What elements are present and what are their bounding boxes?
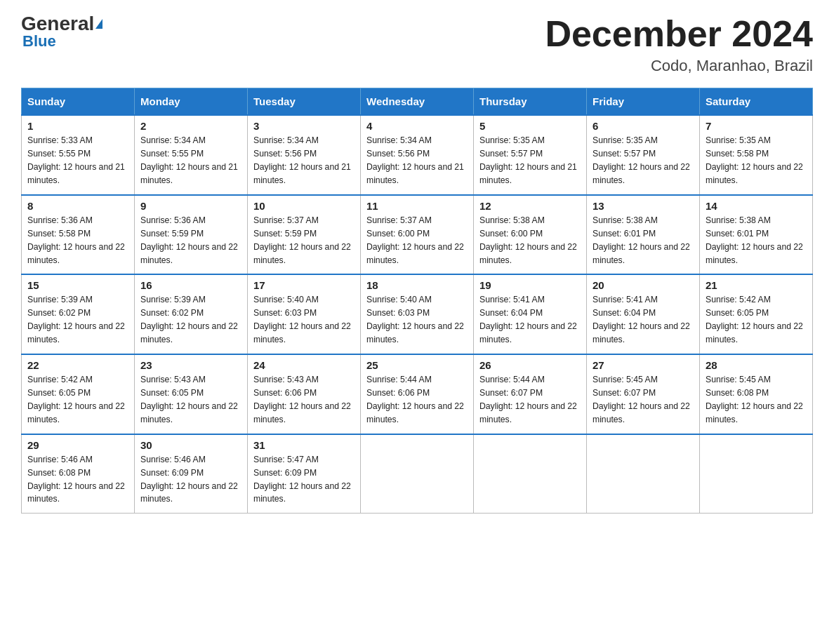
- table-row: 23Sunrise: 5:43 AMSunset: 6:05 PMDayligh…: [135, 354, 248, 434]
- header-tuesday: Tuesday: [248, 88, 361, 116]
- day-info: Sunrise: 5:44 AMSunset: 6:07 PMDaylight:…: [479, 373, 581, 427]
- day-info: Sunrise: 5:40 AMSunset: 6:03 PMDaylight:…: [253, 293, 355, 347]
- day-info: Sunrise: 5:44 AMSunset: 6:06 PMDaylight:…: [366, 373, 468, 427]
- table-row: 18Sunrise: 5:40 AMSunset: 6:03 PMDayligh…: [361, 274, 474, 354]
- table-row: 22Sunrise: 5:42 AMSunset: 6:05 PMDayligh…: [22, 354, 135, 434]
- logo-general-text: General: [21, 14, 94, 34]
- logo: General Blue: [21, 14, 102, 51]
- day-number: 5: [479, 120, 581, 132]
- day-number: 2: [140, 120, 241, 132]
- day-number: 26: [479, 359, 581, 371]
- day-info: Sunrise: 5:46 AMSunset: 6:09 PMDaylight:…: [140, 453, 241, 507]
- table-row: 17Sunrise: 5:40 AMSunset: 6:03 PMDayligh…: [248, 274, 361, 354]
- header-monday: Monday: [135, 88, 248, 116]
- day-info: Sunrise: 5:38 AMSunset: 6:01 PMDaylight:…: [706, 214, 807, 267]
- table-row: [587, 434, 700, 514]
- table-row: 25Sunrise: 5:44 AMSunset: 6:06 PMDayligh…: [361, 354, 474, 434]
- day-info: Sunrise: 5:43 AMSunset: 6:06 PMDaylight:…: [253, 373, 355, 427]
- day-info: Sunrise: 5:40 AMSunset: 6:03 PMDaylight:…: [366, 293, 468, 347]
- table-row: 4Sunrise: 5:34 AMSunset: 5:56 PMDaylight…: [361, 115, 474, 195]
- day-info: Sunrise: 5:36 AMSunset: 5:59 PMDaylight:…: [140, 214, 241, 267]
- table-row: 16Sunrise: 5:39 AMSunset: 6:02 PMDayligh…: [135, 274, 248, 354]
- table-row: [700, 434, 813, 514]
- day-number: 12: [479, 200, 581, 212]
- table-row: 14Sunrise: 5:38 AMSunset: 6:01 PMDayligh…: [700, 195, 813, 275]
- day-number: 19: [479, 279, 581, 291]
- table-row: 19Sunrise: 5:41 AMSunset: 6:04 PMDayligh…: [474, 274, 587, 354]
- day-number: 7: [706, 120, 807, 132]
- day-info: Sunrise: 5:37 AMSunset: 5:59 PMDaylight:…: [253, 214, 355, 267]
- table-row: [361, 434, 474, 514]
- calendar-title: December 2024: [545, 14, 813, 54]
- day-info: Sunrise: 5:39 AMSunset: 6:02 PMDaylight:…: [140, 293, 241, 347]
- day-info: Sunrise: 5:38 AMSunset: 6:01 PMDaylight:…: [593, 214, 694, 267]
- header-thursday: Thursday: [474, 88, 587, 116]
- day-info: Sunrise: 5:45 AMSunset: 6:07 PMDaylight:…: [593, 373, 694, 427]
- calendar-week-row: 8Sunrise: 5:36 AMSunset: 5:58 PMDaylight…: [22, 195, 813, 275]
- table-row: 30Sunrise: 5:46 AMSunset: 6:09 PMDayligh…: [135, 434, 248, 514]
- table-row: 1Sunrise: 5:33 AMSunset: 5:55 PMDaylight…: [22, 115, 135, 195]
- table-row: 29Sunrise: 5:46 AMSunset: 6:08 PMDayligh…: [22, 434, 135, 514]
- day-info: Sunrise: 5:38 AMSunset: 6:00 PMDaylight:…: [479, 214, 581, 267]
- day-info: Sunrise: 5:34 AMSunset: 5:56 PMDaylight:…: [253, 134, 355, 187]
- day-info: Sunrise: 5:46 AMSunset: 6:08 PMDaylight:…: [27, 453, 128, 507]
- day-info: Sunrise: 5:47 AMSunset: 6:09 PMDaylight:…: [253, 453, 355, 507]
- calendar-table: Sunday Monday Tuesday Wednesday Thursday…: [21, 88, 813, 514]
- day-number: 13: [593, 200, 694, 212]
- day-info: Sunrise: 5:35 AMSunset: 5:57 PMDaylight:…: [593, 134, 694, 187]
- day-number: 3: [253, 120, 355, 132]
- day-info: Sunrise: 5:43 AMSunset: 6:05 PMDaylight:…: [140, 373, 241, 427]
- logo-general-row: General: [21, 14, 102, 34]
- page-header: General Blue December 2024 Codo, Maranha…: [21, 14, 813, 75]
- header-wednesday: Wednesday: [361, 88, 474, 116]
- calendar-week-row: 15Sunrise: 5:39 AMSunset: 6:02 PMDayligh…: [22, 274, 813, 354]
- day-number: 15: [27, 279, 128, 291]
- day-info: Sunrise: 5:37 AMSunset: 6:00 PMDaylight:…: [366, 214, 468, 267]
- day-number: 9: [140, 200, 241, 212]
- day-number: 24: [253, 359, 355, 371]
- logo-blue-text: Blue: [22, 32, 56, 51]
- day-info: Sunrise: 5:42 AMSunset: 6:05 PMDaylight:…: [706, 293, 807, 347]
- table-row: 3Sunrise: 5:34 AMSunset: 5:56 PMDaylight…: [248, 115, 361, 195]
- table-row: 6Sunrise: 5:35 AMSunset: 5:57 PMDaylight…: [587, 115, 700, 195]
- day-number: 11: [366, 200, 468, 212]
- table-row: 28Sunrise: 5:45 AMSunset: 6:08 PMDayligh…: [700, 354, 813, 434]
- day-number: 29: [27, 439, 128, 451]
- day-number: 23: [140, 359, 241, 371]
- day-number: 20: [593, 279, 694, 291]
- day-number: 6: [593, 120, 694, 132]
- day-number: 30: [140, 439, 241, 451]
- day-number: 28: [706, 359, 807, 371]
- day-number: 14: [706, 200, 807, 212]
- day-info: Sunrise: 5:36 AMSunset: 5:58 PMDaylight:…: [27, 214, 128, 267]
- logo-triangle-icon: [95, 19, 102, 29]
- table-row: 2Sunrise: 5:34 AMSunset: 5:55 PMDaylight…: [135, 115, 248, 195]
- calendar-header-row: Sunday Monday Tuesday Wednesday Thursday…: [22, 88, 813, 116]
- table-row: 7Sunrise: 5:35 AMSunset: 5:58 PMDaylight…: [700, 115, 813, 195]
- header-sunday: Sunday: [22, 88, 135, 116]
- day-info: Sunrise: 5:35 AMSunset: 5:58 PMDaylight:…: [706, 134, 807, 187]
- day-number: 18: [366, 279, 468, 291]
- calendar-week-row: 22Sunrise: 5:42 AMSunset: 6:05 PMDayligh…: [22, 354, 813, 434]
- day-info: Sunrise: 5:41 AMSunset: 6:04 PMDaylight:…: [479, 293, 581, 347]
- day-info: Sunrise: 5:34 AMSunset: 5:56 PMDaylight:…: [366, 134, 468, 187]
- title-block: December 2024 Codo, Maranhao, Brazil: [545, 14, 813, 75]
- day-info: Sunrise: 5:33 AMSunset: 5:55 PMDaylight:…: [27, 134, 128, 187]
- day-number: 16: [140, 279, 241, 291]
- day-number: 8: [27, 200, 128, 212]
- table-row: 10Sunrise: 5:37 AMSunset: 5:59 PMDayligh…: [248, 195, 361, 275]
- table-row: 31Sunrise: 5:47 AMSunset: 6:09 PMDayligh…: [248, 434, 361, 514]
- day-info: Sunrise: 5:34 AMSunset: 5:55 PMDaylight:…: [140, 134, 241, 187]
- day-number: 1: [27, 120, 128, 132]
- table-row: [474, 434, 587, 514]
- day-number: 17: [253, 279, 355, 291]
- table-row: 9Sunrise: 5:36 AMSunset: 5:59 PMDaylight…: [135, 195, 248, 275]
- calendar-week-row: 1Sunrise: 5:33 AMSunset: 5:55 PMDaylight…: [22, 115, 813, 195]
- header-friday: Friday: [587, 88, 700, 116]
- table-row: 24Sunrise: 5:43 AMSunset: 6:06 PMDayligh…: [248, 354, 361, 434]
- calendar-week-row: 29Sunrise: 5:46 AMSunset: 6:08 PMDayligh…: [22, 434, 813, 514]
- table-row: 8Sunrise: 5:36 AMSunset: 5:58 PMDaylight…: [22, 195, 135, 275]
- day-info: Sunrise: 5:35 AMSunset: 5:57 PMDaylight:…: [479, 134, 581, 187]
- table-row: 13Sunrise: 5:38 AMSunset: 6:01 PMDayligh…: [587, 195, 700, 275]
- day-info: Sunrise: 5:42 AMSunset: 6:05 PMDaylight:…: [27, 373, 128, 427]
